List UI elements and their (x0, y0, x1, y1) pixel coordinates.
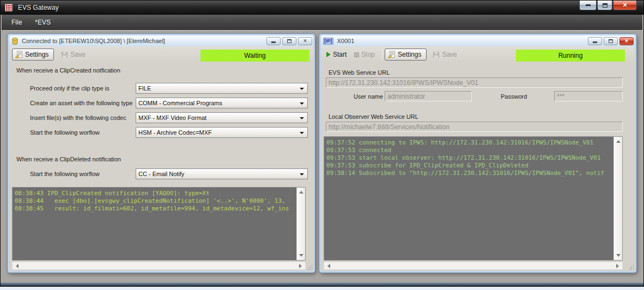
workflow-combo[interactable]: HSM - Archive Codec=MXF (136, 127, 308, 138)
main-titlebar[interactable]: EVS Gateway ✕ (1, 1, 643, 15)
minimize-icon (593, 41, 597, 43)
asset-type-combo[interactable]: COMM - Commercial Programs (136, 98, 308, 108)
observer-url-input[interactable] (326, 122, 623, 132)
deleted-workflow-combo[interactable]: CC - Email Notify (136, 168, 308, 179)
child-maximize-button[interactable] (282, 37, 296, 45)
password-label: Password (501, 93, 527, 100)
right-log-area[interactable]: 09:37:52 connecting to IPWS: http://172.… (324, 136, 623, 261)
database-icon (12, 38, 18, 45)
node-window-title: X0001 (337, 38, 355, 44)
scroll-down-icon (299, 254, 303, 257)
save-button-label: Save (70, 51, 85, 58)
node-window: [IP] X0001 ✕ Start Stop (319, 34, 636, 273)
connection-window-titlebar[interactable]: Connected to [ETEREW10\SQL2008] \ [Etere… (9, 35, 313, 46)
left-status-badge: Waiting (201, 50, 309, 62)
settings-icon (15, 51, 23, 58)
scroll-left-icon (327, 264, 330, 268)
scroll-right-icon (299, 264, 302, 268)
workflow-label: Start the following worflow (30, 129, 100, 136)
main-maximize-button[interactable] (597, 1, 612, 10)
child-close-button[interactable]: ✕ (298, 37, 312, 45)
child-minimize-button[interactable] (266, 37, 281, 45)
app-grid-icon (5, 4, 13, 11)
close-icon: ✕ (303, 38, 307, 44)
scroll-up-icon (616, 140, 621, 143)
codec-label: Insert file(s) with the following codec (30, 114, 126, 121)
settings-button-label: Settings (398, 51, 421, 58)
close-icon: ✕ (624, 38, 629, 44)
settings-button[interactable]: Settings (385, 49, 427, 61)
settings-button[interactable]: Settings (12, 49, 54, 61)
play-icon (326, 52, 331, 57)
save-button-label: Save (442, 51, 457, 58)
codec-value: MXF - MXF Video Format (138, 114, 206, 121)
chevron-down-icon (300, 132, 304, 134)
maximize-icon (603, 3, 607, 8)
chevron-down-icon (300, 173, 304, 176)
child-minimize-button[interactable] (588, 37, 602, 45)
save-icon (61, 51, 68, 58)
settings-icon (388, 51, 396, 58)
connection-window-title: Connected to [ETEREW10\SQL2008] \ [Etere… (22, 38, 165, 44)
left-log-text: 08:38:43 IPD_ClipCreated notification [Y… (13, 188, 305, 215)
settings-button-label: Settings (25, 51, 48, 58)
minimize-icon (271, 41, 276, 43)
asset-type-value: COMM - Commercial Programs (138, 100, 222, 106)
right-horizontal-scrollbar[interactable] (324, 262, 623, 270)
left-horizontal-scrollbar[interactable] (12, 262, 306, 270)
toolbar-separator (382, 49, 382, 60)
stop-button-label: Stop (361, 51, 375, 58)
stop-button[interactable]: Stop (351, 49, 380, 61)
username-input[interactable] (385, 91, 472, 101)
scroll-right-icon (616, 264, 619, 268)
right-log-vertical-scrollbar[interactable] (613, 137, 622, 260)
stop-icon (354, 52, 359, 57)
scroll-down-icon (616, 254, 621, 257)
codec-combo[interactable]: MXF - MXF Video Format (136, 112, 308, 123)
clip-type-label: Proceed only if the clip type is (30, 85, 110, 92)
evs-url-input[interactable] (326, 77, 623, 88)
start-button[interactable]: Start (324, 49, 351, 61)
menu-evs[interactable]: *EVS (28, 16, 57, 29)
menu-bar: File *EVS (2, 15, 642, 30)
menu-file[interactable]: File (5, 16, 28, 29)
connection-window-body: Settings Save Waiting When receive a Cli… (9, 46, 313, 271)
clip-type-value: FILE (138, 85, 151, 92)
main-close-button[interactable]: ✕ (613, 1, 637, 10)
left-log-area[interactable]: 08:38:43 IPD_ClipCreated notification [Y… (12, 187, 306, 261)
clip-deleted-heading: When receive a ClipDeleted notification (16, 156, 121, 162)
chevron-down-icon (300, 88, 304, 90)
resize-grip-icon[interactable] (628, 264, 634, 270)
save-button[interactable]: Save (58, 49, 90, 61)
close-icon: ✕ (622, 2, 627, 9)
scroll-left-icon (16, 264, 19, 268)
chevron-down-icon (300, 102, 304, 105)
window-bottom-frame (1, 282, 643, 286)
scroll-up-icon (299, 191, 303, 194)
right-status-badge: Running (516, 50, 625, 62)
start-button-label: Start (333, 51, 347, 58)
ip-icon: [IP] (323, 38, 333, 45)
right-log-text: 09:37:52 connecting to IPWS: http://172.… (324, 137, 622, 179)
clip-type-combo[interactable]: FILE (136, 83, 308, 94)
evs-url-label: EVS Web Service URL (329, 69, 390, 76)
deleted-workflow-value: CC - Email Notify (138, 171, 184, 177)
asset-type-label: Create an asset with the following type (30, 100, 132, 106)
deleted-workflow-label: Start the following worflow (30, 171, 100, 177)
password-input[interactable] (554, 91, 623, 101)
resize-grip-icon[interactable] (306, 264, 312, 270)
main-minimize-button[interactable] (579, 1, 597, 10)
minimize-icon (586, 4, 591, 6)
save-icon (433, 51, 440, 58)
left-log-vertical-scrollbar[interactable] (296, 188, 305, 260)
chevron-down-icon (300, 117, 304, 119)
child-close-button[interactable]: ✕ (619, 37, 634, 45)
save-button[interactable]: Save (430, 49, 461, 61)
connection-window: Connected to [ETEREW10\SQL2008] \ [Etere… (8, 34, 315, 273)
app-title: EVS Gateway (18, 4, 59, 11)
node-window-titlebar[interactable]: [IP] X0001 ✕ (321, 35, 635, 46)
workflow-value: HSM - Archive Codec=MXF (138, 129, 212, 136)
clip-created-heading: When receive a ClipCreated notfication (16, 67, 120, 74)
node-window-body: Start Stop Settings (321, 46, 635, 271)
child-maximize-button[interactable] (604, 37, 618, 45)
